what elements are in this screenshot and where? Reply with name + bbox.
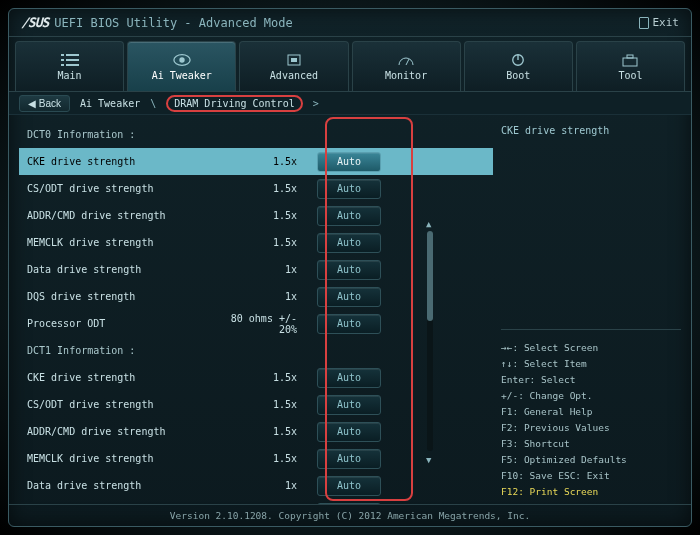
help-line: F10: Save ESC: Exit [501,468,681,484]
help-line: F2: Previous Values [501,420,681,436]
tab-main[interactable]: Main [15,41,124,91]
help-line: ↑↓: Select Item [501,356,681,372]
setting-row[interactable]: ADDR/CMD drive strength1.5xAuto [19,202,493,229]
help-line: F5: Optimized Defaults [501,452,681,468]
setting-value: 1.5x [217,183,317,194]
exit-label: Exit [653,16,680,29]
auto-button[interactable]: Auto [317,233,381,253]
setting-row[interactable]: CS/ODT drive strength1.5xAuto [19,391,493,418]
tab-ai-tweaker[interactable]: Ai Tweaker [127,41,236,91]
help-line: →←: Select Screen [501,340,681,356]
gauge-icon [397,53,415,67]
chip-icon [285,53,303,67]
section-header: DCT0 Information : [19,121,493,148]
auto-button[interactable]: Auto [317,287,381,307]
setting-value: 80 ohms +/- 20% [217,313,317,335]
setting-row[interactable]: CKE drive strength1.5xAuto [19,148,493,175]
footer-text: Version 2.10.1208. Copyright (C) 2012 Am… [9,504,691,526]
tab-bar: Main Ai Tweaker Advanced Monitor Boot To… [9,37,691,91]
auto-button[interactable]: Auto [317,314,381,334]
list-icon [61,53,79,67]
setting-row[interactable]: ADDR/CMD drive strength1.5xAuto [19,418,493,445]
chevron-right-icon: \ [150,98,156,109]
tab-label: Boot [506,70,530,81]
auto-button[interactable]: Auto [317,152,381,172]
tab-label: Main [58,70,82,81]
setting-label: MEMCLK drive strength [27,237,217,248]
setting-label: DQS drive strength [27,291,217,302]
svg-rect-7 [623,58,637,66]
setting-value: 1.5x [217,237,317,248]
setting-label: ADDR/CMD drive strength [27,426,217,437]
setting-value: 1x [217,291,317,302]
auto-button[interactable]: Auto [317,179,381,199]
breadcrumb: ◀ Back Ai Tweaker \ DRAM Driving Control… [9,91,691,115]
setting-row[interactable]: CKE drive strength1.5xAuto [19,364,493,391]
scrollbar-thumb[interactable] [427,231,433,321]
setting-value: 1.5x [217,210,317,221]
setting-row[interactable]: Processor ODT80 ohms +/- 20%Auto [19,310,493,337]
setting-row[interactable]: DQS drive strength1xAuto [19,283,493,310]
auto-button[interactable]: Auto [317,503,381,505]
svg-line-4 [406,59,409,65]
setting-value: 1x [217,264,317,275]
setting-label: CKE drive strength [27,156,217,167]
auto-button[interactable]: Auto [317,422,381,442]
scroll-down-icon[interactable]: ▼ [426,455,434,463]
auto-button[interactable]: Auto [317,395,381,415]
setting-row[interactable]: Data drive strength1xAuto [19,256,493,283]
tab-boot[interactable]: Boot [464,41,573,91]
tab-label: Ai Tweaker [152,70,212,81]
setting-label: Processor ODT [27,318,217,329]
tab-tool[interactable]: Tool [576,41,685,91]
app-title: UEFI BIOS Utility - Advanced Mode [54,16,292,30]
setting-value: 1.5x [217,156,317,167]
setting-label: CS/ODT drive strength [27,183,217,194]
setting-label: ADDR/CMD drive strength [27,210,217,221]
tab-label: Monitor [385,70,427,81]
power-icon [509,53,527,67]
section-header: DCT1 Information : [19,337,493,364]
help-line: F1: General Help [501,404,681,420]
auto-button[interactable]: Auto [317,449,381,469]
tab-label: Advanced [270,70,318,81]
scrollbar[interactable]: ▲ ▼ [427,231,433,451]
exit-button[interactable]: Exit [639,16,680,29]
setting-row[interactable]: DQS drive strength1xAuto [19,499,493,504]
help-line: +/-: Change Opt. [501,388,681,404]
setting-value: 1x [217,480,317,491]
setting-label: MEMCLK drive strength [27,453,217,464]
setting-row[interactable]: MEMCLK drive strength1.5xAuto [19,229,493,256]
brand-logo: /SUS [21,15,48,30]
setting-label: Data drive strength [27,264,217,275]
scroll-up-icon[interactable]: ▲ [426,219,434,227]
auto-button[interactable]: Auto [317,260,381,280]
breadcrumb-item[interactable]: Ai Tweaker [80,98,140,109]
setting-label: Data drive strength [27,480,217,491]
setting-row[interactable]: MEMCLK drive strength1.5xAuto [19,445,493,472]
tab-monitor[interactable]: Monitor [352,41,461,91]
setting-label: CS/ODT drive strength [27,399,217,410]
svg-rect-3 [291,58,297,62]
setting-value: 1.5x [217,453,317,464]
setting-row[interactable]: Data drive strength1xAuto [19,472,493,499]
setting-value: 1.5x [217,372,317,383]
setting-value: 1.5x [217,426,317,437]
help-panel: →←: Select Screen↑↓: Select ItemEnter: S… [501,329,681,500]
setting-value: 1.5x [217,399,317,410]
eye-icon [173,53,191,67]
breadcrumb-current: DRAM Driving Control [166,95,302,112]
auto-button[interactable]: Auto [317,476,381,496]
auto-button[interactable]: Auto [317,368,381,388]
toolbox-icon [621,53,639,67]
back-button[interactable]: ◀ Back [19,95,70,112]
info-title: CKE drive strength [501,121,681,144]
tab-advanced[interactable]: Advanced [239,41,348,91]
auto-button[interactable]: Auto [317,206,381,226]
chevron-right-icon: > [313,98,319,109]
tab-label: Tool [618,70,642,81]
setting-label: CKE drive strength [27,372,217,383]
exit-icon [639,17,649,29]
svg-point-1 [179,57,184,62]
setting-row[interactable]: CS/ODT drive strength1.5xAuto [19,175,493,202]
